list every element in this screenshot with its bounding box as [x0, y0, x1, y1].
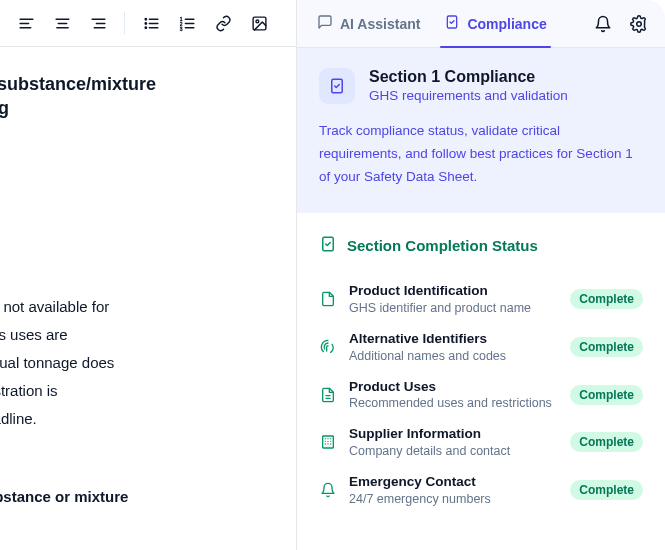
- editor-line: -Butylamine: [0, 193, 280, 217]
- svg-text:1: 1: [179, 16, 182, 21]
- align-right-button[interactable]: [82, 7, 114, 39]
- status-heading: Section Completion Status: [347, 237, 538, 254]
- svg-text:2: 2: [179, 21, 182, 26]
- status-item-title: Product Uses: [349, 379, 558, 396]
- shield-check-icon: [444, 14, 460, 33]
- gear-icon: [630, 15, 648, 33]
- file-icon: [319, 290, 337, 308]
- svg-point-10: [145, 22, 146, 23]
- editor-line: tration or the registration is: [0, 379, 280, 403]
- status-badge: Complete: [570, 480, 643, 500]
- tab-label: Compliance: [467, 16, 546, 32]
- toolbar-divider: [124, 12, 125, 34]
- tab-bar: AI Assistant Compliance: [297, 0, 665, 48]
- status-item[interactable]: Supplier Information Company details and…: [319, 418, 643, 466]
- image-button[interactable]: [243, 7, 275, 39]
- align-center-button[interactable]: [46, 7, 78, 39]
- section-title: ication of the substance/mixture ny/unde…: [0, 73, 280, 120]
- svg-text:3: 3: [179, 26, 182, 31]
- editor-line: he substance or its uses are: [0, 323, 280, 347]
- notifications-button[interactable]: [587, 8, 619, 40]
- status-item-title: Supplier Information: [349, 426, 558, 443]
- status-item-sub: Company details and contact: [349, 444, 558, 458]
- settings-button[interactable]: [623, 8, 655, 40]
- status-item-sub: 24/7 emergency numbers: [349, 492, 558, 506]
- compliance-pane: AI Assistant Compliance Section 1 Compli…: [297, 0, 665, 550]
- intro-description: Track compliance status, validate critic…: [319, 120, 643, 189]
- editor-line: gistration, the annual tonnage does: [0, 351, 280, 375]
- svg-point-9: [145, 18, 146, 19]
- status-item[interactable]: Product Uses Recommended uses and restri…: [319, 371, 643, 419]
- svg-point-11: [145, 27, 146, 28]
- status-item-title: Emergency Contact: [349, 474, 558, 491]
- status-badge: Complete: [570, 289, 643, 309]
- svg-point-22: [255, 20, 258, 23]
- clipboard-check-icon: [319, 235, 337, 257]
- compliance-intro: Section 1 Compliance GHS requirements an…: [297, 48, 665, 213]
- status-item[interactable]: Product Identification GHS identifier an…: [319, 275, 643, 323]
- bell-icon: [319, 481, 337, 499]
- ordered-list-button[interactable]: 123: [171, 7, 203, 39]
- subheading-truncated: s: [0, 154, 280, 171]
- intro-subtitle: GHS requirements and validation: [369, 88, 568, 103]
- status-item[interactable]: Emergency Contact 24/7 emergency numbers…: [319, 466, 643, 514]
- tab-ai-assistant[interactable]: AI Assistant: [307, 8, 430, 39]
- svg-point-24: [637, 21, 642, 26]
- chat-icon: [317, 14, 333, 33]
- clipboard-icon: [319, 68, 355, 104]
- link-button[interactable]: [207, 7, 239, 39]
- completion-status: Section Completion Status Product Identi…: [297, 213, 665, 524]
- status-item-title: Alternative Identifiers: [349, 331, 558, 348]
- tab-compliance[interactable]: Compliance: [434, 8, 556, 39]
- intro-title: Section 1 Compliance: [369, 68, 568, 86]
- editor-line: 4-6: [0, 435, 280, 459]
- status-item-title: Product Identification: [349, 283, 558, 300]
- section-subheading: d uses of the substance or mixture inst: [0, 487, 280, 528]
- status-item-sub: GHS identifier and product name: [349, 301, 558, 315]
- editor-line: 2-00-7: [0, 267, 280, 291]
- status-item-sub: Additional names and codes: [349, 349, 558, 363]
- status-badge: Complete: [570, 337, 643, 357]
- editor-line: 389000: [0, 221, 280, 245]
- status-badge: Complete: [570, 432, 643, 452]
- status-item[interactable]: Alternative Identifiers Additional names…: [319, 323, 643, 371]
- editor-line: er registration deadline.: [0, 407, 280, 431]
- editor-body[interactable]: ication of the substance/mixture ny/unde…: [0, 47, 296, 550]
- status-item-sub: Recommended uses and restrictions: [349, 396, 558, 410]
- status-badge: Complete: [570, 385, 643, 405]
- editor-line: stration number is not available for: [0, 295, 280, 319]
- document-icon: [319, 386, 337, 404]
- align-left-button[interactable]: [10, 7, 42, 39]
- bullet-list-button[interactable]: [135, 7, 167, 39]
- editor-toolbar: 123: [0, 0, 296, 47]
- building-icon: [319, 433, 337, 451]
- bell-icon: [594, 15, 612, 33]
- fingerprint-icon: [319, 338, 337, 356]
- editor-pane: 123 ication of the substance/mixture ny/…: [0, 0, 297, 550]
- tab-label: AI Assistant: [340, 16, 420, 32]
